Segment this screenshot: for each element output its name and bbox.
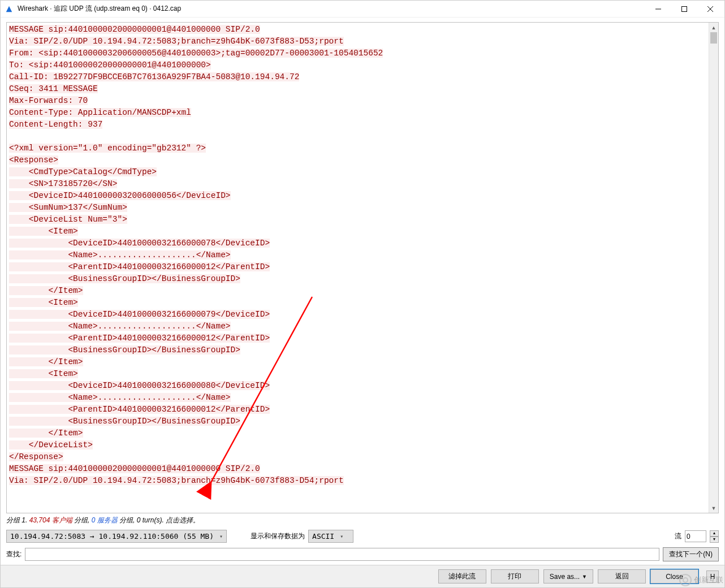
- scroll-up-icon[interactable]: ▲: [709, 23, 718, 32]
- chevron-down-icon: ▼: [582, 574, 587, 580]
- find-label: 查找:: [6, 550, 21, 559]
- close-window-button[interactable]: [697, 1, 723, 18]
- svg-rect-2: [682, 6, 687, 11]
- help-button[interactable]: H: [706, 570, 719, 583]
- stream-content-box: MESSAGE sip:44010000020000000001@4401000…: [6, 22, 719, 513]
- minimize-button[interactable]: [645, 1, 671, 18]
- stream-label: 流: [675, 531, 681, 541]
- stream-spin-up[interactable]: ▴: [710, 530, 719, 537]
- chevron-down-icon: ▾: [219, 533, 223, 539]
- close-button[interactable]: Close: [650, 569, 698, 583]
- filter-out-stream-button[interactable]: 滤掉此流: [438, 569, 486, 583]
- endpoint-combo-value: 10.194.94.72:5083 → 10.194.92.110:5060 (…: [10, 532, 214, 541]
- stream-number-input[interactable]: [685, 530, 706, 542]
- svg-marker-0: [6, 6, 12, 12]
- window-titlebar: Wireshark · 追踪 UDP 流 (udp.stream eq 0) ·…: [1, 1, 724, 18]
- save-as-button[interactable]: Save as...▼: [543, 569, 593, 583]
- format-combo-value: ASCII: [312, 532, 334, 541]
- scrollbar-thumb[interactable]: [710, 32, 717, 44]
- format-combo[interactable]: ASCII ▾: [308, 530, 353, 543]
- find-next-button[interactable]: 查找下一个(N): [663, 547, 719, 561]
- print-button[interactable]: 打印: [491, 569, 539, 583]
- find-input[interactable]: [25, 548, 659, 561]
- stream-spin-down[interactable]: ▾: [710, 537, 719, 543]
- back-button[interactable]: 返回: [598, 569, 646, 583]
- chevron-down-icon: ▾: [340, 533, 343, 539]
- status-line: 分组 1. 43,704 客户端 分组, 0 服务器 分组, 0 turn(s)…: [6, 516, 719, 526]
- scroll-down-icon[interactable]: ▼: [709, 503, 718, 513]
- show-save-label: 显示和保存数据为: [251, 531, 305, 541]
- maximize-button[interactable]: [671, 1, 697, 18]
- dialog-button-bar: 滤掉此流 打印 Save as...▼ 返回 Close H 创新互联: [1, 565, 724, 587]
- window-title: Wireshark · 追踪 UDP 流 (udp.stream eq 0) ·…: [18, 4, 181, 14]
- app-logo-icon: [5, 5, 13, 13]
- endpoint-combo[interactable]: 10.194.94.72:5083 → 10.194.92.110:5060 (…: [6, 530, 227, 543]
- vertical-scrollbar[interactable]: ▲ ▼: [709, 23, 718, 513]
- stream-text[interactable]: MESSAGE sip:44010000020000000001@4401000…: [7, 23, 709, 513]
